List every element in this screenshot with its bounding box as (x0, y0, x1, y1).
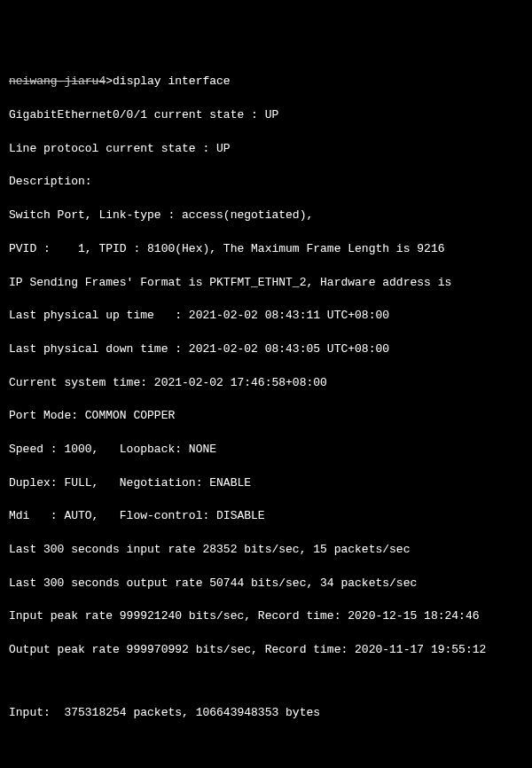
input-rows: Unicast:374596780,Multicast:118541 Broad… (9, 738, 523, 768)
peak-out: Output peak rate 999970992 bits/sec, Rec… (9, 642, 523, 659)
switch-port: Switch Port, Link-type : access(negotiat… (9, 208, 523, 224)
port-mode: Port Mode: COMMON COPPER (9, 408, 523, 425)
rate-in: Last 300 seconds input rate 28352 bits/s… (9, 542, 523, 559)
sys-time: Current system time: 2021-02-02 17:46:58… (9, 375, 523, 392)
ip-format: IP Sending Frames' Format is PKTFMT_ETHN… (9, 275, 523, 292)
if-state: GigabitEthernet0/0/1 current state : UP (9, 107, 523, 124)
pvid-line: PVID : 1, TPID : 8100(Hex), The Maximum … (9, 241, 523, 258)
rate-out: Last 300 seconds output rate 50744 bits/… (9, 576, 523, 592)
description: Description: (9, 174, 523, 191)
line-protocol: Line protocol current state : UP (9, 141, 523, 158)
input-header: Input: 375318254 packets, 106643948353 b… (9, 705, 523, 722)
last-up: Last physical up time : 2021-02-02 08:43… (9, 308, 523, 325)
mdi-line: Mdi : AUTO, Flow-control: DISABLE (9, 508, 523, 525)
prompt-line: neiwang-jiaru4>display interface (9, 74, 523, 90)
command-text: display interface (113, 74, 231, 88)
last-down: Last physical down time : 2021-02-02 08:… (9, 341, 523, 358)
duplex-line: Duplex: FULL, Negotiation: ENABLE (9, 475, 523, 492)
peak-in: Input peak rate 999921240 bits/sec, Reco… (9, 608, 523, 625)
host-obscured: neiwang-jiaru4 (9, 74, 106, 88)
speed-line: Speed : 1000, Loopback: NONE (9, 442, 523, 458)
